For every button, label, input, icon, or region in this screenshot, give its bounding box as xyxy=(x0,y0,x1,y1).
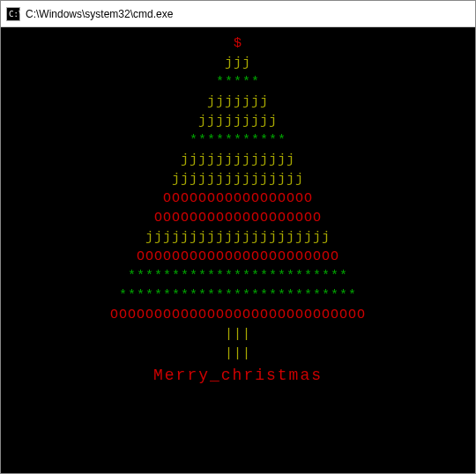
cmd-icon: C:\ xyxy=(6,7,20,21)
tree-line: ************************* xyxy=(1,267,475,286)
tree-line: ***** xyxy=(1,73,475,93)
tree-trunk: ||| xyxy=(1,325,475,344)
greeting-text: Merry_christmas xyxy=(1,366,475,385)
tree-line: OOOOOOOOOOOOOOOOOOOOOOO xyxy=(1,248,475,267)
svg-text:C:\: C:\ xyxy=(9,10,20,19)
tree-line: jjjjjjjjjjjjjjjjjjjjj xyxy=(1,228,475,248)
tree-line: jjjjjjjjjjjjj xyxy=(1,151,475,170)
titlebar[interactable]: C:\ C:\Windows\system32\cmd.exe xyxy=(1,1,475,27)
tree-line: jjj xyxy=(1,54,475,73)
tree-line: jjjjjjjjj xyxy=(1,112,475,131)
tree-line: OOOOOOOOOOOOOOOOO xyxy=(1,189,475,209)
tree-line: *********** xyxy=(1,131,475,151)
tree-line: OOOOOOOOOOOOOOOOOOOOOOOOOOOOO xyxy=(1,306,475,325)
window-title: C:\Windows\system32\cmd.exe xyxy=(26,8,173,20)
tree-line: $ xyxy=(1,34,475,54)
terminal-output: $ jjj ***** jjjjjjj jjjjjjjjj **********… xyxy=(1,27,475,473)
tree-line: *************************** xyxy=(1,286,475,306)
tree-line: OOOOOOOOOOOOOOOOOOO xyxy=(1,209,475,228)
tree-trunk: ||| xyxy=(1,344,475,364)
tree-line: jjjjjjj xyxy=(1,93,475,112)
tree-line: jjjjjjjjjjjjjjj xyxy=(1,170,475,189)
cmd-window: C:\ C:\Windows\system32\cmd.exe $ jjj **… xyxy=(0,0,476,474)
